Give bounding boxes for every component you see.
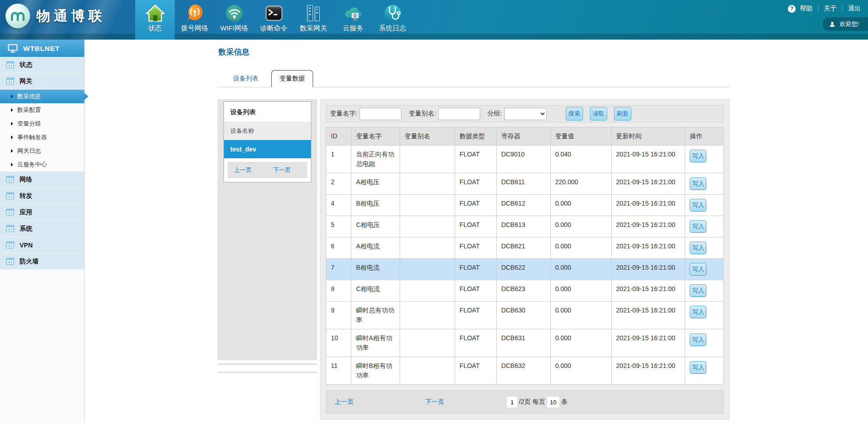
cell-value: 0.000 [550,216,611,237]
device-row[interactable]: test_dev [224,140,311,158]
about-link[interactable]: 关于 [824,5,837,13]
sidebar-subitem[interactable]: 事件触发器 [0,131,84,144]
read-button[interactable]: 读取 [590,107,607,121]
arrow-right-icon [11,149,13,153]
cell-data-type: FLOAT [455,173,497,195]
nav-item[interactable]: 诊断命令 [254,0,294,40]
nav-item[interactable]: 拨号网络 [175,0,214,40]
cell-update-time: 2021-09-15 16:21:00 [611,357,685,385]
search-button[interactable]: 搜索 [566,107,583,121]
variable-table-container: 变量名字: 变量别名: 分组: 搜索 读取 刷新 [320,99,730,420]
main-nav: 状态 拨号网络 WIFI网络 诊断命令 数采网关 [135,0,412,40]
device-panel-title: 设备列表 [224,102,311,122]
sidebar-subitem[interactable]: 数采信息 [0,90,84,103]
cell-id: 8 [326,280,351,302]
tab-device-list[interactable]: 设备列表 [228,70,264,87]
sidebar-item[interactable]: 系统 [0,221,84,237]
write-button[interactable]: 写入 [690,333,706,346]
cell-data-type: FLOAT [455,146,497,173]
cell-update-time: 2021-09-15 16:21:00 [611,195,685,216]
page-count-label: /2页 [519,398,531,406]
sidebar-item-label: 应用 [20,208,32,217]
cell-value: 0.000 [550,280,611,302]
device-list-column: 设备列表 设备名称 test_dev 上一页 下一页 [218,99,317,373]
sidebar-subitem-label: 数采配置 [17,106,41,114]
next-page-link[interactable]: 下一页 [425,398,444,406]
variable-name-input[interactable] [360,108,401,120]
variable-name-label: 变量名字: [330,110,357,118]
page-title: 数采信息 [218,47,730,57]
prev-page-link[interactable]: 上一页 [335,398,354,406]
device-pager: 上一页 下一页 [228,162,307,178]
sidebar-subitem[interactable]: 变量分组 [0,117,84,131]
sidebar-item-label: 状态 [20,61,32,69]
cell-actions: 写入 [685,357,724,385]
table-row: 5 C相电压 FLOAT DCB613 0.000 2021-09-15 16:… [326,216,724,237]
cell-actions: 写入 [685,329,724,357]
write-button[interactable]: 写入 [690,263,706,276]
cell-id: 6 [326,237,351,259]
unit-label: 条 [561,398,568,406]
main-area: 数采信息 设备列表 变量数据 设备列表 设备名称 test_dev 上一页 下 [85,47,868,423]
column-header: 更新时间 [611,127,685,146]
sidebar-brand: WTBLNET [0,40,84,57]
table-row: 10 瞬时A相有功功率 FLOAT DCB631 0.000 2021-09-1… [326,329,724,357]
cell-actions: 写入 [685,146,724,173]
write-button[interactable]: 写入 [690,177,706,190]
nav-icon [185,3,205,23]
device-prev-link[interactable]: 上一页 [234,166,252,174]
cell-register: DCB613 [497,216,551,237]
help-link[interactable]: 帮助 [800,5,812,13]
device-next-link[interactable]: 下一页 [273,166,291,174]
logout-link[interactable]: 退出 [848,5,861,13]
sidebar-item[interactable]: 网关 [0,73,84,90]
tab-variable-data[interactable]: 变量数据 [271,70,313,87]
cell-variable-name: A相电流 [351,237,400,259]
variable-alias-label: 变量别名: [409,110,436,118]
sidebar-item[interactable]: 应用 [0,204,84,221]
sidebar-subitem[interactable]: 数采配置 [0,103,84,117]
cell-id: 7 [326,259,351,280]
nav-item[interactable]: 云服务 [333,0,373,40]
sidebar-item-label: 转发 [20,192,32,200]
cell-value: 0.000 [550,329,611,357]
column-header: 变量值 [550,127,611,146]
cell-variable-name: 当前正向有功总电能 [351,146,400,173]
refresh-button[interactable]: 刷新 [614,107,631,121]
nav-item[interactable]: 数采网关 [294,0,333,40]
cell-id: 1 [326,146,351,173]
write-button[interactable]: 写入 [690,284,706,297]
sidebar-item[interactable]: 状态 [0,57,84,73]
group-select[interactable] [504,108,547,120]
variable-alias-input[interactable] [438,108,480,120]
sidebar-subitem[interactable]: 云服务中心 [0,158,84,171]
arrow-right-icon [11,163,13,166]
page-number-input[interactable] [507,397,517,408]
cell-variable-alias [400,237,455,259]
sidebar: WTBLNET 状态 网关 数采信息 数采配置 变量分组 [0,40,85,423]
page-size-input[interactable] [547,397,559,408]
write-button[interactable]: 写入 [690,306,706,318]
write-button[interactable]: 写入 [690,361,706,374]
column-header: 数据类型 [455,127,497,146]
arrow-right-icon [11,95,13,98]
sidebar-item-label: 网关 [20,77,32,86]
write-button[interactable]: 写入 [690,199,706,212]
sidebar-item[interactable]: VPN [0,237,84,253]
write-button[interactable]: 写入 [690,242,706,254]
cell-register: DCB632 [497,357,551,385]
cell-data-type: FLOAT [455,280,497,302]
nav-item[interactable]: 状态 [135,0,175,40]
write-button[interactable]: 写入 [690,220,706,233]
cell-update-time: 2021-09-15 16:21:00 [611,237,685,259]
table-row: 6 A相电流 FLOAT DCB621 0.000 2021-09-15 16:… [326,237,724,259]
welcome-text: 欢迎您! [839,20,859,28]
sidebar-subitem[interactable]: 网关日志 [0,144,84,158]
cell-update-time: 2021-09-15 16:21:00 [611,146,685,173]
sidebar-item[interactable]: 防火墙 [0,253,84,270]
nav-item[interactable]: 系统日志 [373,0,412,40]
sidebar-item[interactable]: 网络 [0,171,84,188]
nav-item[interactable]: WIFI网络 [214,0,254,40]
sidebar-item[interactable]: 转发 [0,188,84,204]
write-button[interactable]: 写入 [690,150,706,162]
